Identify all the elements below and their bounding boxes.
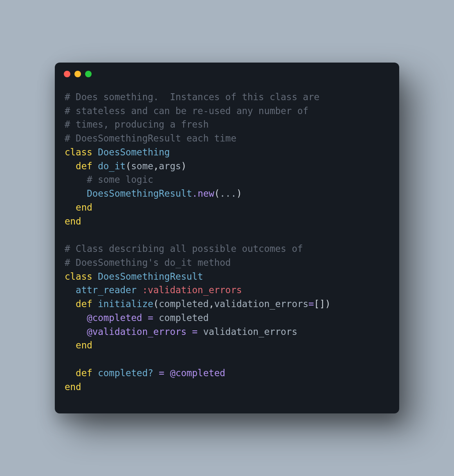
param: validation_errors <box>214 299 308 309</box>
method-new: new <box>198 188 214 199</box>
equals: = <box>192 326 198 337</box>
close-icon[interactable] <box>64 71 70 77</box>
equals: = <box>159 368 164 378</box>
identifier: completed <box>159 312 209 323</box>
comma: , <box>209 299 214 309</box>
keyword-def: def <box>76 299 92 309</box>
brackets: [] <box>314 299 325 309</box>
equals: = <box>148 312 153 323</box>
minimize-icon[interactable] <box>74 71 81 77</box>
keyword-end: end <box>65 216 81 227</box>
ivar: @completed <box>170 368 225 378</box>
window-titlebar <box>55 63 399 79</box>
param: args <box>159 161 181 171</box>
comment-line: # Class describing all possible outcomes… <box>65 243 303 254</box>
param: some <box>131 161 153 171</box>
keyword-class: class <box>65 147 92 157</box>
param: completed <box>159 299 209 309</box>
paren: ( <box>126 161 131 171</box>
attr-reader: attr_reader <box>76 285 137 295</box>
zoom-icon[interactable] <box>85 71 92 77</box>
paren: ( <box>153 299 159 309</box>
paren: ) <box>181 161 187 171</box>
method-name: completed? <box>98 368 153 378</box>
symbol: :validation_errors <box>142 285 242 295</box>
comment-line: # DoesSomething's do_it method <box>65 257 231 268</box>
class-name: DoesSomething <box>98 147 170 157</box>
keyword-class: class <box>65 271 92 282</box>
code-block: # Does something. Instances of this clas… <box>55 79 399 414</box>
comment-line: # stateless and can be re-used any numbe… <box>65 106 308 116</box>
class-name: DoesSomethingResult <box>98 271 203 282</box>
identifier: validation_errors <box>203 326 297 337</box>
ivar: @validation_errors <box>87 326 187 337</box>
equals: = <box>308 299 314 309</box>
ivar: @completed <box>87 312 142 323</box>
comment-line: # times, producing a fresh <box>65 119 209 130</box>
keyword-end: end <box>65 382 81 392</box>
comment-line: # Does something. Instances of this clas… <box>65 92 319 102</box>
paren: ) <box>325 299 331 309</box>
comment-line: # DoesSomethingResult each time <box>65 133 236 144</box>
keyword-def: def <box>76 368 92 378</box>
dot: . <box>192 188 198 199</box>
keyword-end: end <box>76 340 92 350</box>
code-window: # Does something. Instances of this clas… <box>55 63 399 414</box>
comment-line: # some logic <box>87 174 153 185</box>
class-name: DoesSomethingResult <box>87 188 192 199</box>
paren: ) <box>236 188 242 199</box>
keyword-def: def <box>76 161 92 171</box>
keyword-end: end <box>76 202 92 213</box>
paren: ( <box>214 188 220 199</box>
method-name: do_it <box>98 161 126 171</box>
ellipsis: ... <box>220 188 236 199</box>
comma: , <box>153 161 159 171</box>
method-name: initialize <box>98 299 153 309</box>
